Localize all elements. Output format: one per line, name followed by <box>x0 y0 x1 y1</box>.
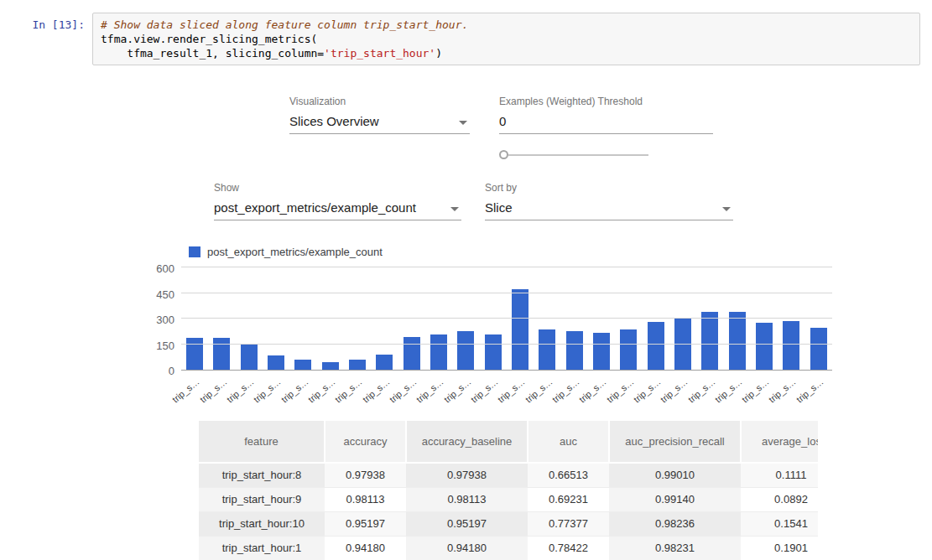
column-header-average_los[interactable]: average_los <box>741 421 818 463</box>
code-token: tfma_result_1, slicing_column= <box>101 47 324 60</box>
column-header-feature[interactable]: feature <box>199 421 325 463</box>
table-cell: 0.1901 <box>741 536 818 560</box>
show-control: Show post_export_metrics/example_count <box>214 182 461 220</box>
bar-slot <box>778 321 804 370</box>
bar-slot <box>371 355 398 370</box>
chart-plot-column: trip_s…trip_s…trip_s…trip_s…trip_s…trip_… <box>181 268 832 406</box>
bar-slot <box>507 289 534 370</box>
bar[interactable] <box>457 331 474 370</box>
dropdown-arrow-icon <box>459 121 467 125</box>
bar-slot <box>588 333 615 370</box>
bar[interactable] <box>241 344 258 370</box>
bar[interactable] <box>349 360 366 370</box>
bar-slot <box>534 329 560 370</box>
visualization-control: Visualization Slices Overview <box>289 96 470 159</box>
bar-slot <box>561 331 588 370</box>
x-label-slot: trip_s… <box>805 371 832 406</box>
column-header-auc_precision_recall[interactable]: auc_precision_recall <box>609 421 741 463</box>
notebook-cell: In [13]: # Show data sliced along featur… <box>15 13 920 65</box>
bar-slot <box>615 329 642 370</box>
chart-plot <box>181 268 832 371</box>
bar[interactable] <box>729 312 746 370</box>
table-row: trip_start_hour:90.981130.981130.692310.… <box>199 487 818 511</box>
tfma-slicing-metrics-widget: Visualization Slices Overview Examples (… <box>151 96 832 560</box>
y-axis-tick-label: 300 <box>156 314 174 325</box>
table-cell: 0.77377 <box>528 511 609 536</box>
bar[interactable] <box>566 331 583 370</box>
table-cell: 0.98231 <box>609 536 741 560</box>
column-header-accuracy_baseline[interactable]: accuracy_baseline <box>406 421 528 463</box>
dropdown-arrow-icon <box>450 207 459 211</box>
bar[interactable] <box>294 360 311 370</box>
metrics-table-container: featureaccuracyaccuracy_baselineaucauc_p… <box>199 421 818 560</box>
y-axis-tick-label: 0 <box>169 366 174 376</box>
chart-x-axis: trip_s…trip_s…trip_s…trip_s…trip_s…trip_… <box>181 371 832 406</box>
bar[interactable] <box>701 312 718 370</box>
bar[interactable] <box>322 362 339 370</box>
table-cell: 0.98236 <box>609 511 741 536</box>
bar-slot <box>643 322 669 370</box>
bar[interactable] <box>430 334 447 370</box>
slider-track <box>508 154 648 156</box>
metrics-table-body: trip_start_hour:80.979380.979380.665130.… <box>199 463 818 560</box>
cell-prompt: In [13]: <box>15 13 92 65</box>
code-line: # Show data sliced along feature column … <box>101 18 912 32</box>
bar[interactable] <box>539 329 555 370</box>
chart-body: 0150300450600 trip_s…trip_s…trip_s…trip_… <box>151 268 832 406</box>
gridline <box>181 267 832 267</box>
slices-bar-chart: post_export_metrics/example_count 015030… <box>151 246 832 406</box>
visualization-label: Visualization <box>289 96 470 107</box>
threshold-input[interactable]: 0 <box>499 114 713 134</box>
table-cell: trip_start_hour:8 <box>199 463 325 487</box>
bar-slot <box>696 312 723 370</box>
show-label: Show <box>214 182 461 194</box>
bar[interactable] <box>648 322 664 370</box>
bar[interactable] <box>593 333 610 370</box>
controls-row-top: Visualization Slices Overview Examples (… <box>289 96 832 159</box>
code-token: # Show data sliced along feature column … <box>101 18 468 31</box>
column-header-accuracy[interactable]: accuracy <box>325 421 406 463</box>
x-axis-tick-label: trip_s… <box>170 376 201 405</box>
chart-y-axis: 0150300450600 <box>151 268 181 371</box>
bar-slot <box>344 360 371 370</box>
chart-bars <box>181 267 832 370</box>
threshold-slider[interactable] <box>499 150 648 159</box>
bar[interactable] <box>268 355 284 370</box>
table-cell: 0.99140 <box>609 487 741 511</box>
table-cell: trip_start_hour:1 <box>199 536 325 560</box>
sort-by-dropdown[interactable]: Slice <box>485 200 733 220</box>
table-cell: 0.69231 <box>528 487 609 511</box>
bar-slot <box>289 360 316 370</box>
bar-slot <box>425 334 452 370</box>
bar[interactable] <box>404 337 420 370</box>
bar[interactable] <box>810 328 827 370</box>
bar[interactable] <box>512 289 528 370</box>
table-cell: 0.94180 <box>406 536 528 560</box>
table-cell: 0.97938 <box>325 463 406 487</box>
bar[interactable] <box>756 323 773 370</box>
table-cell: 0.99010 <box>609 463 741 487</box>
bar[interactable] <box>376 355 393 370</box>
bar[interactable] <box>620 329 637 370</box>
table-cell: 0.66513 <box>528 463 609 487</box>
code-token: 'trip_start_hour' <box>324 47 435 60</box>
bar[interactable] <box>674 319 691 370</box>
visualization-dropdown[interactable]: Slices Overview <box>289 114 470 134</box>
slider-thumb[interactable] <box>499 150 508 159</box>
table-cell: 0.95197 <box>406 511 528 536</box>
bar-slot <box>452 331 479 370</box>
show-metric-dropdown[interactable]: post_export_metrics/example_count <box>214 200 461 220</box>
table-cell: 0.94180 <box>325 536 406 560</box>
code-editor[interactable]: # Show data sliced along feature column … <box>92 13 920 65</box>
bar[interactable] <box>485 334 502 370</box>
gridline <box>181 344 832 345</box>
bar[interactable] <box>783 321 799 370</box>
sort-by-label: Sort by <box>485 182 733 194</box>
gridline <box>181 318 832 319</box>
table-row: trip_start_hour:100.951970.951970.773770… <box>199 511 818 536</box>
column-header-auc[interactable]: auc <box>528 421 609 463</box>
bar-slot <box>669 319 696 370</box>
sort-by-selected-value: Slice <box>485 200 513 215</box>
y-axis-tick-label: 450 <box>156 289 174 300</box>
controls-row-bottom: Show post_export_metrics/example_count S… <box>214 182 832 220</box>
